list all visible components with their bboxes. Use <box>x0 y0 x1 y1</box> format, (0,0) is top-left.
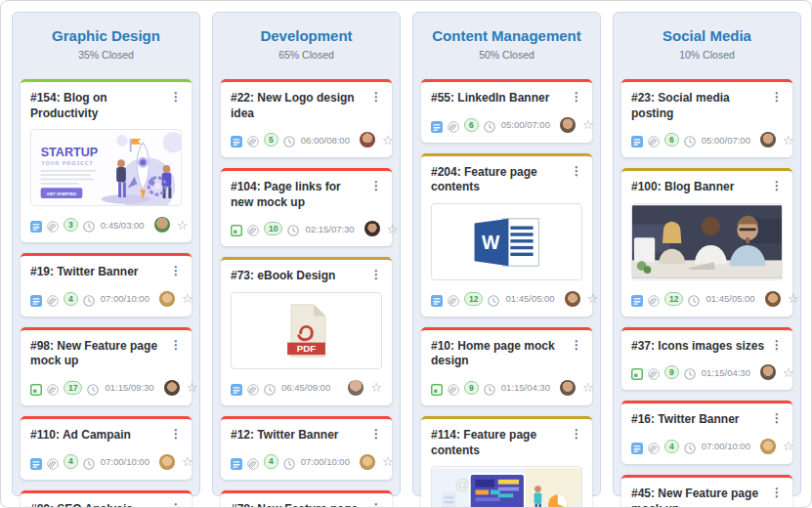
card-title: #12: Twitter Banner <box>231 428 340 444</box>
comment-count-badge: 4 <box>64 454 78 468</box>
paperclip-icon <box>47 382 59 394</box>
clock-icon <box>287 223 299 234</box>
card-header: #37: Icons images sizes⋮ <box>621 330 792 355</box>
star-icon[interactable]: ☆ <box>387 223 399 235</box>
star-icon[interactable]: ☆ <box>382 455 394 468</box>
card-menu-button[interactable]: ⋮ <box>367 269 385 280</box>
card-menu-button[interactable]: ⋮ <box>367 502 385 508</box>
card-header: #80: SEO Analysis⋮ <box>21 493 192 508</box>
star-icon[interactable]: ☆ <box>783 440 794 452</box>
task-card[interactable]: #154: Blog on Productivity⋮STARTUPYOUR P… <box>21 79 192 242</box>
card-title: #204: Feature page contents <box>431 165 568 195</box>
card-title: #100: Blog Banner <box>631 180 736 195</box>
task-card[interactable]: #19: Twitter Banner⋮407:00/10:00☆ <box>21 253 192 317</box>
task-card[interactable]: #16: Twitter Banner⋮407:00/10:00☆ <box>621 401 792 464</box>
card-menu-button[interactable]: ⋮ <box>167 428 185 440</box>
star-icon[interactable]: ☆ <box>788 292 799 305</box>
assignee-avatar <box>360 132 375 148</box>
card-menu-button[interactable]: ⋮ <box>367 180 385 191</box>
card-title: #114: Feature page contents <box>431 428 568 458</box>
star-icon[interactable]: ☆ <box>177 219 189 232</box>
star-icon[interactable]: ☆ <box>783 366 794 379</box>
star-icon[interactable]: ☆ <box>587 292 599 305</box>
task-card[interactable]: #104: Page links for new mock up⋮1002:15… <box>221 168 392 246</box>
card-menu-button[interactable]: ⋮ <box>367 91 385 103</box>
card-title: #154: Blog on Productivity <box>30 91 167 121</box>
star-icon[interactable]: ☆ <box>182 455 193 468</box>
task-card[interactable]: #80: SEO Analysis⋮1701:15/09:30☆ <box>21 490 192 508</box>
card-title: #55: LinkedIn Banner <box>431 91 551 106</box>
card-footer: 407:00/10:00☆ <box>21 280 192 317</box>
card-header: #12: Twitter Banner⋮ <box>221 419 392 444</box>
task-card[interactable]: #12: Twitter Banner⋮407:00/10:00☆ <box>221 416 392 480</box>
column-closed-label: 65% Closed <box>221 49 392 61</box>
card-menu-button[interactable]: ⋮ <box>768 412 786 424</box>
task-card[interactable]: #73: eBook Design⋮PDF06:45/09:00☆ <box>221 257 392 405</box>
card-menu-button[interactable]: ⋮ <box>768 339 786 351</box>
task-card[interactable]: #45: New Feature page mock up⋮1701:15/09… <box>621 475 792 508</box>
card-header: #73: eBook Design⋮ <box>221 260 392 284</box>
star-icon[interactable]: ☆ <box>187 381 198 394</box>
task-card[interactable]: #110: Ad Campain⋮407:00/10:00☆ <box>21 416 192 480</box>
kanban-column-3: Content Management50% Closed#55: LinkedI… <box>412 12 601 496</box>
star-icon[interactable]: ☆ <box>582 118 594 131</box>
assignee-avatar <box>560 117 576 133</box>
time-logged-label: 01:45/05:00 <box>705 293 754 304</box>
card-menu-button[interactable]: ⋮ <box>167 91 185 103</box>
card-menu-button[interactable]: ⋮ <box>167 339 185 351</box>
star-icon[interactable]: ☆ <box>182 292 193 305</box>
card-menu-button[interactable]: ⋮ <box>768 91 786 103</box>
card-menu-button[interactable]: ⋮ <box>167 265 185 276</box>
task-card[interactable]: #23: Social media posting⋮605:00/07:00☆ <box>621 79 792 157</box>
card-menu-button[interactable]: ⋮ <box>568 91 585 103</box>
star-icon[interactable]: ☆ <box>382 134 394 147</box>
star-icon[interactable]: ☆ <box>783 134 794 147</box>
comment-count-badge: 12 <box>664 292 683 306</box>
time-logged-label: 05:00/07:00 <box>702 135 750 146</box>
card-menu-button[interactable]: ⋮ <box>568 165 585 177</box>
task-type-blue-icon <box>30 456 42 468</box>
card-menu-button[interactable]: ⋮ <box>167 502 185 508</box>
paperclip-icon <box>648 134 660 146</box>
clock-icon <box>283 456 295 468</box>
card-menu-button[interactable]: ⋮ <box>568 339 585 351</box>
paperclip-icon <box>448 382 459 394</box>
task-card[interactable]: #204: Feature page contents⋮W1201:45/05:… <box>421 153 592 317</box>
task-card[interactable]: #55: LinkedIn Banner⋮605:00/07:00☆ <box>421 79 592 143</box>
time-logged-label: 07:00/10:00 <box>301 456 350 467</box>
card-menu-button[interactable]: ⋮ <box>367 428 385 440</box>
task-card[interactable]: #37: Icons images sizes⋮901:15/04:30☆ <box>621 327 792 391</box>
comment-count-badge: 6 <box>464 118 479 132</box>
card-footer: 901:15/04:30☆ <box>421 369 592 405</box>
clock-icon <box>283 134 295 146</box>
task-type-blue-icon <box>431 293 443 305</box>
assignee-avatar <box>360 454 375 470</box>
task-card[interactable]: #100: Blog Banner⋮1201:45/05:00☆ <box>621 168 792 317</box>
task-card[interactable]: #10: Home page mock design⋮901:15/04:30☆ <box>421 327 592 405</box>
card-menu-button[interactable]: ⋮ <box>768 180 786 191</box>
card-title: #98: New Feature page mock up <box>30 339 167 369</box>
star-icon[interactable]: ☆ <box>582 381 594 394</box>
task-card[interactable]: #98: New Feature page mock up⋮1701:15/09… <box>21 327 192 405</box>
kanban-column-1: Graphic Design35% Closed#154: Blog on Pr… <box>12 12 200 496</box>
card-footer: 407:00/10:00☆ <box>21 444 192 480</box>
card-title: #10: Home page mock design <box>431 339 568 369</box>
task-card[interactable]: #22: New Logo design idea⋮506:00/08:00☆ <box>221 79 392 157</box>
task-card[interactable]: #114: Feature page contents⋮@1201:45/05:… <box>421 416 592 508</box>
card-menu-button[interactable]: ⋮ <box>768 487 786 498</box>
comment-count-badge: 5 <box>264 133 278 147</box>
paperclip-icon <box>648 366 660 378</box>
task-type-blue-icon <box>631 134 643 146</box>
card-menu-button[interactable]: ⋮ <box>568 428 585 440</box>
assignee-avatar <box>760 132 776 148</box>
star-icon[interactable]: ☆ <box>370 381 382 394</box>
card-footer: 1701:15/09:30☆ <box>21 369 192 405</box>
card-attachment-pdf-image: PDF <box>231 292 382 369</box>
card-header: #22: New Logo design idea⋮ <box>221 82 392 121</box>
card-footer: 06:45/09:00☆ <box>221 369 392 405</box>
task-card[interactable]: #78: New Feature page mock up⋮1701:15/09… <box>221 490 392 508</box>
column-title: Graphic Design <box>21 27 192 44</box>
svg-text:STARTUP: STARTUP <box>41 147 98 160</box>
paperclip-icon <box>247 223 259 234</box>
time-logged-label: 06:00/08:00 <box>301 135 350 146</box>
